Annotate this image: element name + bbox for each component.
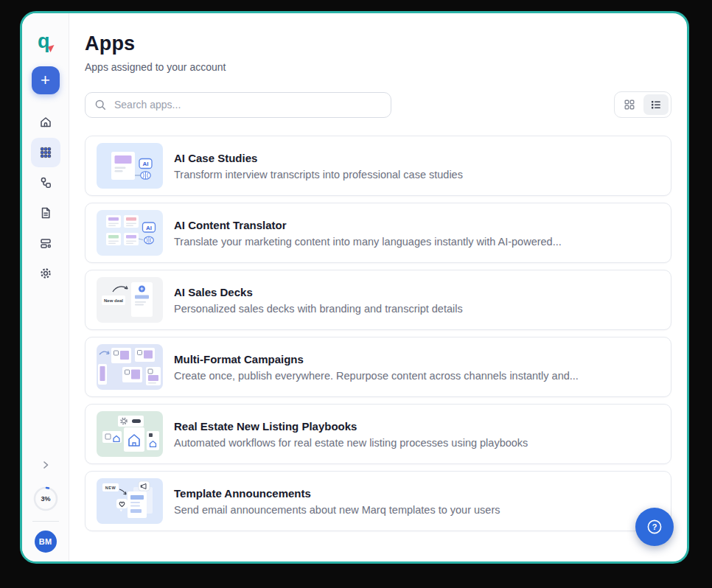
logo-letter: q <box>38 30 50 52</box>
create-new-button[interactable]: + <box>32 66 60 94</box>
sidebar-item-home[interactable] <box>31 108 60 137</box>
sidebar-expand-button[interactable] <box>37 456 55 474</box>
app-description: Personalized sales decks with branding a… <box>174 303 463 315</box>
new-label: NEW <box>105 486 116 490</box>
app-thumbnail: New deal <box>97 277 163 323</box>
app-list: AI AI Case Studies Transform interview t… <box>85 136 671 531</box>
curved-arrow-icon <box>113 287 128 292</box>
app-card-real-estate-playbooks[interactable]: Real Estate New Listing Playbooks Automa… <box>85 404 671 464</box>
sidebar-nav <box>31 108 60 288</box>
app-title: Template Announcements <box>174 487 500 500</box>
sidebar-item-documents[interactable] <box>31 198 60 228</box>
app-thumbnail <box>97 344 163 390</box>
question-mark-icon: ? <box>645 517 664 536</box>
app-description: Create once, publish everywhere. Repurpo… <box>174 370 579 382</box>
sidebar-item-settings[interactable] <box>31 259 60 288</box>
arrow-icon <box>119 489 126 494</box>
sidebar: q + <box>22 13 69 561</box>
app-title: AI Content Translator <box>174 219 562 231</box>
marq-logo[interactable]: q <box>34 29 57 55</box>
usage-percent-label: 3% <box>41 495 50 503</box>
ai-badge-label: AI <box>146 225 152 231</box>
usage-progress-ring[interactable]: 3% <box>32 486 59 512</box>
app-title: AI Case Studies <box>174 152 463 164</box>
app-title: Multi-Format Campaigns <box>174 353 579 365</box>
sidebar-item-apps[interactable] <box>31 138 60 167</box>
magnifier-icon <box>94 99 107 114</box>
search-box <box>85 92 391 118</box>
app-thumbnail: AI <box>97 210 163 256</box>
main-content: Apps Apps assigned to your account <box>69 13 687 561</box>
app-card-ai-sales-decks[interactable]: New deal AI Sales Decks Personalized sal… <box>85 270 671 330</box>
app-card-multi-format-campaigns[interactable]: Multi-Format Campaigns Create once, publ… <box>85 337 671 397</box>
app-description: Transform interview transcripts into pro… <box>174 169 463 181</box>
view-toggle <box>614 91 671 118</box>
layout-icon <box>39 237 52 250</box>
app-title: Real Estate New Listing Playbooks <box>174 420 528 433</box>
logo-q-icon: q <box>34 29 57 55</box>
page-title: Apps <box>85 32 671 55</box>
list-view-icon <box>650 99 662 111</box>
chevron-right-icon <box>41 461 50 469</box>
app-card-template-announcements[interactable]: NEW Template Announcements Send email an… <box>85 471 671 531</box>
plus-icon: + <box>41 71 50 90</box>
user-avatar[interactable]: BM <box>35 531 57 553</box>
app-card-ai-content-translator[interactable]: AI AI Content Translator Translate your … <box>85 203 671 263</box>
sidebar-bottom: 3% BM <box>32 456 59 553</box>
grid-view-icon <box>624 99 635 111</box>
app-window: q + <box>20 11 689 564</box>
app-title: AI Sales Decks <box>174 286 463 298</box>
page-subtitle: Apps assigned to your account <box>85 61 671 73</box>
app-description: Automated workflows for real estate new … <box>174 437 528 449</box>
apps-grid-icon <box>39 146 52 159</box>
new-deal-label: New deal <box>104 298 123 303</box>
document-icon <box>39 206 52 220</box>
app-description: Translate your marketing content into ma… <box>174 236 562 248</box>
app-description: Send email announcements about new Marq … <box>174 504 500 516</box>
gear-icon <box>39 267 52 280</box>
app-card-ai-case-studies[interactable]: AI AI Case Studies Transform interview t… <box>85 136 671 196</box>
app-thumbnail: NEW <box>97 478 163 524</box>
help-button[interactable]: ? <box>635 508 674 546</box>
home-icon <box>39 116 52 129</box>
workflow-nodes-icon <box>39 176 52 189</box>
ai-badge-label: AI <box>143 161 149 167</box>
sidebar-item-templates[interactable] <box>31 228 60 258</box>
sidebar-divider <box>32 521 59 522</box>
question-mark-glyph: ? <box>652 522 657 531</box>
list-view-button[interactable] <box>643 94 669 115</box>
avatar-initials: BM <box>39 537 52 546</box>
app-thumbnail <box>97 411 163 457</box>
sidebar-item-workflows[interactable] <box>31 168 60 197</box>
grid-view-button[interactable] <box>617 94 642 115</box>
toolbar <box>85 91 671 118</box>
search-input[interactable] <box>85 92 391 118</box>
app-thumbnail: AI <box>97 143 163 189</box>
